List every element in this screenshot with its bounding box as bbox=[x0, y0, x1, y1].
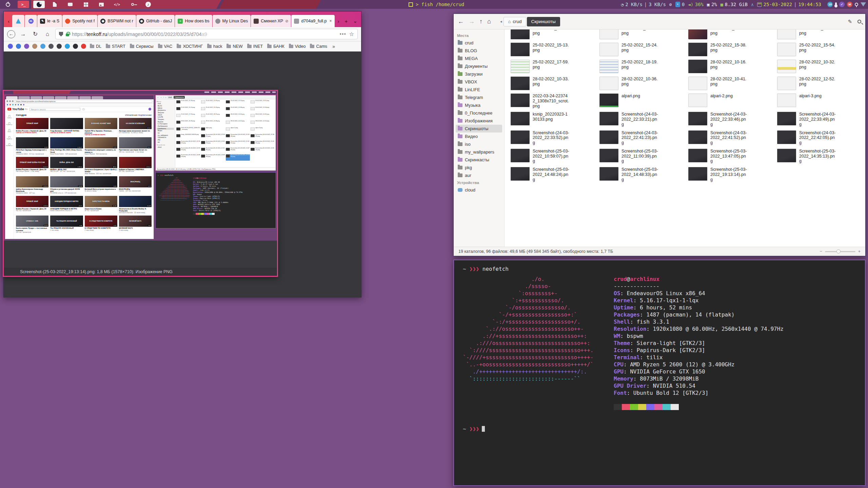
blue-site-bookmark-icon[interactable] bbox=[16, 44, 21, 49]
sidebar-item-aur[interactable]: aur bbox=[456, 171, 502, 179]
fm-path-scroll-button[interactable]: ◂ bbox=[499, 19, 503, 24]
bookmarks-overflow-button[interactable]: » bbox=[332, 44, 335, 49]
file-Screenshot-(25-03-2022_13:47:05).png[interactable]: Screenshot-(25-03-2022_13:47:05).png bbox=[687, 148, 773, 165]
list-all-tabs-button[interactable]: ⌄ bbox=[350, 15, 360, 27]
bookmark-folder-Сервисы[interactable]: Сервисы bbox=[129, 44, 154, 49]
file-Screenshot-(25-03-2022_11:00:39).png[interactable]: Screenshot-(25-03-2022_11:00:39).png bbox=[598, 148, 684, 165]
bookmark-folder-ХОСТИНГ[interactable]: ХОСТИНГ bbox=[176, 44, 203, 49]
sidebar-item-Документы[interactable]: Документы bbox=[456, 62, 502, 70]
url-text[interactable]: https://tenkoff.ru/uploads/images/00/00/… bbox=[72, 32, 337, 37]
file-Screenshot-(24-03-2022_22:33:52).png[interactable]: Screenshot-(24-03-2022_22:33:52).png bbox=[509, 129, 595, 146]
file-Screenshot-(25-03-2022_19:13:14).png[interactable]: Screenshot-(25-03-2022_19:13:14).png bbox=[687, 166, 773, 183]
bookmark-folder-Video[interactable]: Video bbox=[288, 44, 307, 49]
indicator-10-tray-icon[interactable]: 10 bbox=[827, 2, 833, 7]
check-badge-tray-icon[interactable]: ✓ bbox=[839, 2, 845, 7]
bookmark-folder-INET[interactable]: INET bbox=[246, 44, 263, 49]
file-25-02-2022_15-13.png[interactable]: 25-02-2022_15-13.png bbox=[509, 42, 595, 57]
file-28-02-2022_10-41.png[interactable]: 28-02-2022_10-41.png bbox=[687, 76, 773, 91]
sidebar-item-cloud[interactable]: cloud bbox=[456, 186, 502, 194]
file-28-02-2022_12-52.png[interactable]: 28-02-2022_12-52.png bbox=[776, 76, 862, 91]
file-25-02-2022_17-59.png[interactable]: 25-02-2022_17-59.png bbox=[509, 59, 595, 74]
notion-dark-bookmark-icon[interactable] bbox=[73, 44, 78, 49]
bookmark-folder-VAC[interactable]: VAC bbox=[157, 44, 173, 49]
file-28-02-2022_10-32.png[interactable]: 28-02-2022_10-32.png bbox=[776, 59, 862, 74]
sidebar-item-pkg[interactable]: pkg bbox=[456, 164, 502, 171]
file-Screenshot-(25-03-2022_14:48:24).png[interactable]: Screenshot-(25-03-2022_14:48:24).png bbox=[509, 166, 595, 183]
avatar-photo-bookmark-icon[interactable] bbox=[32, 44, 37, 49]
workspace-terminal[interactable]: >_ bbox=[16, 0, 31, 9]
updates-indicator[interactable]: ▾ 0 bbox=[675, 2, 685, 7]
home-button[interactable]: ⌂ bbox=[43, 31, 52, 38]
workspace-music[interactable]: ♪ bbox=[140, 0, 156, 9]
sidebar-item-Загрузки[interactable]: Загрузки bbox=[456, 70, 502, 78]
sidebar-item-Скринкасты[interactable]: Скринкасты bbox=[456, 156, 502, 164]
file-25-02-2022_18-19.png[interactable]: 25-02-2022_18-19.png bbox=[598, 59, 684, 74]
sidebar-item-my_wallpapers[interactable]: my_wallpapers bbox=[456, 148, 502, 156]
file-alpari.png[interactable]: alpari.png bbox=[598, 93, 684, 109]
workspace-power[interactable] bbox=[0, 0, 16, 9]
tab-scroll-left-button[interactable]: ‹ bbox=[5, 15, 12, 27]
file-ksnip_20220323-130133.png[interactable]: ksnip_20220323-130133.png bbox=[509, 111, 595, 128]
fm-edit-path-icon[interactable]: ✎ bbox=[848, 19, 852, 25]
lightbulb-icon[interactable] bbox=[855, 3, 858, 6]
tab[interactable]: ✎le -a S bbox=[37, 15, 62, 27]
sidebar-item-BLOG[interactable]: BLOG bbox=[456, 47, 502, 55]
file-Screenshot-(24-03-2022_22:33:49).png[interactable]: Screenshot-(24-03-2022_22:33:49).png bbox=[776, 111, 862, 128]
volume-indicator[interactable]: ◄) 36% bbox=[688, 2, 704, 7]
sidebar-item-VBOX[interactable]: VBOX bbox=[456, 78, 502, 86]
tab[interactable]: ◉GitHub - dasJ bbox=[136, 15, 175, 27]
file-Screenshot-(25-03-2022_14:48:33).png[interactable]: Screenshot-(25-03-2022_14:48:33).png bbox=[598, 166, 684, 183]
network-speed[interactable]: ◔ 2 KB/s | 3 KB/s bbox=[621, 2, 666, 7]
file-Screenshot-(25-03-2022_14:35:13).png[interactable]: Screenshot-(25-03-2022_14:35:13).png bbox=[776, 148, 862, 165]
workspace-pictures[interactable] bbox=[94, 0, 109, 9]
sidebar-item-MEGA[interactable]: MEGA bbox=[456, 55, 502, 62]
sidebar-item-Музыка[interactable]: Музыка bbox=[456, 101, 502, 109]
sidebar-item-Изображения[interactable]: Изображения bbox=[456, 117, 502, 125]
fm-up-button[interactable]: ↑ bbox=[479, 18, 482, 25]
terminal-window[interactable]: ~ ❯❯❯ neofetch ./o. ./sssso- `:osssssss+… bbox=[453, 260, 866, 486]
tab[interactable]: ◉BSPWM not r bbox=[98, 15, 136, 27]
sidebar-item-Скриншоты[interactable]: Скриншоты bbox=[456, 125, 502, 133]
forward-button[interactable]: → bbox=[19, 31, 27, 38]
fm-back-button[interactable]: ← bbox=[458, 18, 464, 25]
workspace-files[interactable] bbox=[47, 0, 62, 9]
fm-path-current-crumb[interactable]: Скриншоты bbox=[527, 17, 560, 26]
sidebar-item-0_Последнее[interactable]: 0_Последнее bbox=[456, 109, 502, 117]
fm-path-home-crumb[interactable]: ⌂crud bbox=[504, 17, 526, 26]
file-25-02-2022_15-24.png[interactable]: 25-02-2022_15-24.png bbox=[598, 42, 684, 57]
tab-muted-icon[interactable]: ⊘ bbox=[285, 19, 288, 23]
file-28-02-2022_10-33.png[interactable]: 28-02-2022_10-33.png bbox=[509, 76, 595, 91]
workspace-code[interactable]: </> bbox=[109, 0, 125, 9]
fm-forward-button[interactable]: → bbox=[469, 18, 475, 25]
reload-button[interactable]: ↻ bbox=[31, 30, 40, 38]
mega-tray-icon[interactable]: M bbox=[847, 2, 852, 7]
bookmark-star-icon[interactable]: ☆ bbox=[349, 31, 354, 37]
page-actions-icon[interactable]: ••• bbox=[340, 32, 347, 37]
mastodon-bookmark-icon[interactable] bbox=[8, 44, 13, 49]
bookmark-folder-START[interactable]: START bbox=[105, 44, 126, 49]
workspace-chat[interactable] bbox=[62, 0, 78, 9]
fm-home-button[interactable]: ⌂ bbox=[487, 18, 491, 25]
bookmark-folder-Cams[interactable]: Cams bbox=[309, 44, 328, 49]
file-Screenshot-(24-03-2022_22:41:52).png[interactable]: Screenshot-(24-03-2022_22:41:52).png bbox=[687, 129, 773, 146]
workspace-firefox[interactable] bbox=[31, 0, 47, 9]
fm-search-icon[interactable] bbox=[857, 20, 861, 23]
dark-site-bookmark-icon[interactable] bbox=[48, 44, 54, 49]
file-25-02-2022_12-43.png[interactable]: 25-02-2022_12-43.png bbox=[598, 29, 684, 40]
tracking-shield-icon[interactable] bbox=[59, 32, 63, 37]
url-bar[interactable]: https://tenkoff.ru/uploads/images/00/00/… bbox=[55, 29, 358, 39]
purple-site-bookmark-icon[interactable] bbox=[24, 44, 29, 49]
tab[interactable]: ≡How does bs bbox=[175, 15, 212, 27]
tab[interactable]: Spotify not f bbox=[62, 15, 97, 27]
bookmark-folder-hack[interactable]: hack bbox=[206, 44, 223, 49]
image-viewer-window[interactable]: https://www.youtube.com/feed/subscriptio… bbox=[3, 90, 278, 277]
file-25-02-2022_13-11.png[interactable]: 25-02-2022_13-11.png bbox=[776, 29, 862, 40]
dnd-crossed-icon[interactable]: ⊘ bbox=[669, 2, 672, 7]
tab-close-icon[interactable]: × bbox=[330, 19, 332, 23]
file-Screenshot-(24-03-2022_22:42:05).png[interactable]: Screenshot-(24-03-2022_22:42:05).png bbox=[776, 129, 862, 146]
file-Screenshot-(24-03-2022_22:33:21).png[interactable]: Screenshot-(24-03-2022_22:33:21).png bbox=[598, 111, 684, 128]
sidebar-item-LinLIFE[interactable]: LinLIFE bbox=[456, 86, 502, 94]
sidebar-item-crud[interactable]: crud bbox=[456, 39, 502, 47]
fm-zoom-slider[interactable]: −+ bbox=[820, 249, 861, 254]
sidebar-item-iso[interactable]: iso bbox=[456, 140, 502, 148]
